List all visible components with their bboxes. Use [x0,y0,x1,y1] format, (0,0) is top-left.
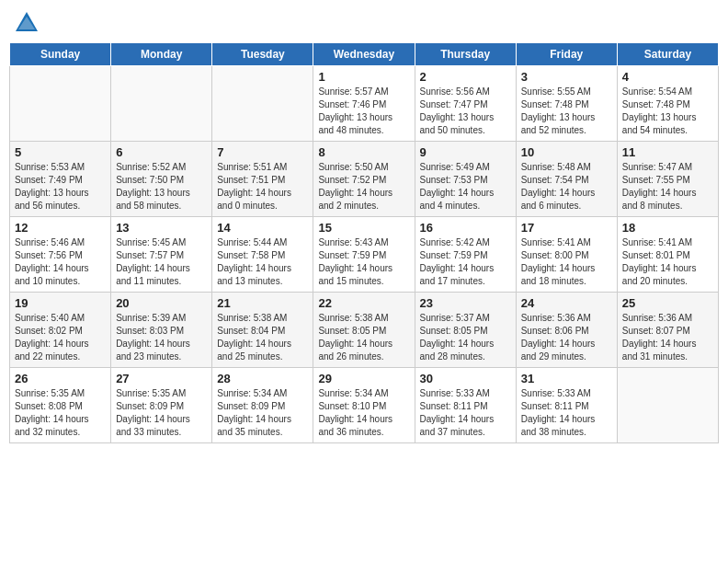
day-info: Sunrise: 5:47 AM Sunset: 7:55 PM Dayligh… [622,161,713,213]
day-info: Sunrise: 5:49 AM Sunset: 7:53 PM Dayligh… [420,161,511,213]
day-number: 2 [420,70,511,84]
calendar-cell: 6Sunrise: 5:52 AM Sunset: 7:50 PM Daylig… [111,142,212,217]
day-number: 30 [420,372,511,385]
day-number: 31 [521,372,612,385]
calendar-cell: 29Sunrise: 5:34 AM Sunset: 8:10 PM Dayli… [313,368,415,443]
day-info: Sunrise: 5:38 AM Sunset: 8:04 PM Dayligh… [217,312,308,363]
day-info: Sunrise: 5:36 AM Sunset: 8:07 PM Dayligh… [622,312,713,363]
day-number: 15 [318,221,409,235]
day-header-thursday: Thursday [415,43,516,66]
calendar-cell: 14Sunrise: 5:44 AM Sunset: 7:58 PM Dayli… [212,217,313,293]
day-info: Sunrise: 5:50 AM Sunset: 7:52 PM Dayligh… [318,161,409,213]
day-info: Sunrise: 5:56 AM Sunset: 7:47 PM Dayligh… [420,86,511,137]
day-number: 14 [217,221,308,235]
day-number: 12 [15,221,106,235]
day-info: Sunrise: 5:33 AM Sunset: 8:11 PM Dayligh… [521,387,612,439]
day-number: 22 [318,296,409,310]
day-info: Sunrise: 5:33 AM Sunset: 8:11 PM Dayligh… [420,387,511,439]
day-number: 9 [420,145,511,159]
calendar-cell: 31Sunrise: 5:33 AM Sunset: 8:11 PM Dayli… [516,368,617,443]
day-number: 25 [622,296,713,310]
day-info: Sunrise: 5:46 AM Sunset: 7:56 PM Dayligh… [15,236,106,288]
day-info: Sunrise: 5:36 AM Sunset: 8:06 PM Dayligh… [521,312,612,363]
day-info: Sunrise: 5:35 AM Sunset: 8:08 PM Dayligh… [15,387,106,439]
day-info: Sunrise: 5:43 AM Sunset: 7:59 PM Dayligh… [318,236,409,288]
day-number: 29 [318,372,409,385]
calendar-cell [617,368,718,443]
logo-icon [13,9,40,37]
day-header-wednesday: Wednesday [313,43,415,66]
calendar-cell: 25Sunrise: 5:36 AM Sunset: 8:07 PM Dayli… [617,293,718,368]
page-header [9,9,719,37]
calendar-cell: 30Sunrise: 5:33 AM Sunset: 8:11 PM Dayli… [415,368,516,443]
calendar-cell: 27Sunrise: 5:35 AM Sunset: 8:09 PM Dayli… [111,368,212,443]
day-info: Sunrise: 5:44 AM Sunset: 7:58 PM Dayligh… [217,236,308,288]
day-info: Sunrise: 5:41 AM Sunset: 8:00 PM Dayligh… [521,236,612,288]
day-info: Sunrise: 5:35 AM Sunset: 8:09 PM Dayligh… [116,387,207,439]
calendar-cell: 7Sunrise: 5:51 AM Sunset: 7:51 PM Daylig… [212,142,313,217]
day-number: 18 [622,221,713,235]
calendar-cell [10,66,111,142]
calendar-cell: 5Sunrise: 5:53 AM Sunset: 7:49 PM Daylig… [10,142,111,217]
logo [13,9,44,37]
day-number: 11 [622,145,713,159]
day-number: 16 [420,221,511,235]
calendar-cell: 3Sunrise: 5:55 AM Sunset: 7:48 PM Daylig… [516,66,617,142]
calendar-header-row: SundayMondayTuesdayWednesdayThursdayFrid… [10,43,719,66]
calendar-week-row: 26Sunrise: 5:35 AM Sunset: 8:08 PM Dayli… [10,368,719,443]
day-number: 1 [318,70,409,84]
day-number: 7 [217,145,308,159]
calendar-week-row: 5Sunrise: 5:53 AM Sunset: 7:49 PM Daylig… [10,142,719,217]
day-info: Sunrise: 5:57 AM Sunset: 7:46 PM Dayligh… [318,86,409,137]
day-number: 28 [217,372,308,385]
day-number: 27 [116,372,207,385]
day-info: Sunrise: 5:40 AM Sunset: 8:02 PM Dayligh… [15,312,106,363]
day-number: 6 [116,145,207,159]
day-number: 26 [15,372,106,385]
day-info: Sunrise: 5:53 AM Sunset: 7:49 PM Dayligh… [15,161,106,213]
day-info: Sunrise: 5:55 AM Sunset: 7:48 PM Dayligh… [521,86,612,137]
calendar-week-row: 12Sunrise: 5:46 AM Sunset: 7:56 PM Dayli… [10,217,719,293]
calendar-cell: 16Sunrise: 5:42 AM Sunset: 7:59 PM Dayli… [415,217,516,293]
day-info: Sunrise: 5:45 AM Sunset: 7:57 PM Dayligh… [116,236,207,288]
calendar-cell: 22Sunrise: 5:38 AM Sunset: 8:05 PM Dayli… [313,293,415,368]
day-info: Sunrise: 5:54 AM Sunset: 7:48 PM Dayligh… [622,86,713,137]
day-number: 17 [521,221,612,235]
day-header-friday: Friday [516,43,617,66]
calendar-cell: 9Sunrise: 5:49 AM Sunset: 7:53 PM Daylig… [415,142,516,217]
calendar-cell: 23Sunrise: 5:37 AM Sunset: 8:05 PM Dayli… [415,293,516,368]
calendar-cell: 17Sunrise: 5:41 AM Sunset: 8:00 PM Dayli… [516,217,617,293]
day-info: Sunrise: 5:34 AM Sunset: 8:10 PM Dayligh… [318,387,409,439]
day-info: Sunrise: 5:52 AM Sunset: 7:50 PM Dayligh… [116,161,207,213]
calendar-week-row: 19Sunrise: 5:40 AM Sunset: 8:02 PM Dayli… [10,293,719,368]
calendar-cell: 2Sunrise: 5:56 AM Sunset: 7:47 PM Daylig… [415,66,516,142]
day-number: 5 [15,145,106,159]
day-info: Sunrise: 5:34 AM Sunset: 8:09 PM Dayligh… [217,387,308,439]
calendar-cell: 21Sunrise: 5:38 AM Sunset: 8:04 PM Dayli… [212,293,313,368]
calendar-cell: 8Sunrise: 5:50 AM Sunset: 7:52 PM Daylig… [313,142,415,217]
calendar-cell: 20Sunrise: 5:39 AM Sunset: 8:03 PM Dayli… [111,293,212,368]
day-info: Sunrise: 5:42 AM Sunset: 7:59 PM Dayligh… [420,236,511,288]
day-info: Sunrise: 5:39 AM Sunset: 8:03 PM Dayligh… [116,312,207,363]
calendar-cell [212,66,313,142]
day-number: 21 [217,296,308,310]
day-header-sunday: Sunday [10,43,111,66]
calendar-cell: 10Sunrise: 5:48 AM Sunset: 7:54 PM Dayli… [516,142,617,217]
day-number: 23 [420,296,511,310]
day-number: 3 [521,70,612,84]
day-number: 8 [318,145,409,159]
day-number: 24 [521,296,612,310]
day-number: 20 [116,296,207,310]
day-info: Sunrise: 5:38 AM Sunset: 8:05 PM Dayligh… [318,312,409,363]
calendar-cell: 4Sunrise: 5:54 AM Sunset: 7:48 PM Daylig… [617,66,718,142]
day-number: 10 [521,145,612,159]
calendar-cell: 1Sunrise: 5:57 AM Sunset: 7:46 PM Daylig… [313,66,415,142]
calendar-cell: 11Sunrise: 5:47 AM Sunset: 7:55 PM Dayli… [617,142,718,217]
day-info: Sunrise: 5:37 AM Sunset: 8:05 PM Dayligh… [420,312,511,363]
calendar-cell: 15Sunrise: 5:43 AM Sunset: 7:59 PM Dayli… [313,217,415,293]
calendar-cell [111,66,212,142]
day-number: 19 [15,296,106,310]
calendar-week-row: 1Sunrise: 5:57 AM Sunset: 7:46 PM Daylig… [10,66,719,142]
day-number: 4 [622,70,713,84]
day-info: Sunrise: 5:48 AM Sunset: 7:54 PM Dayligh… [521,161,612,213]
